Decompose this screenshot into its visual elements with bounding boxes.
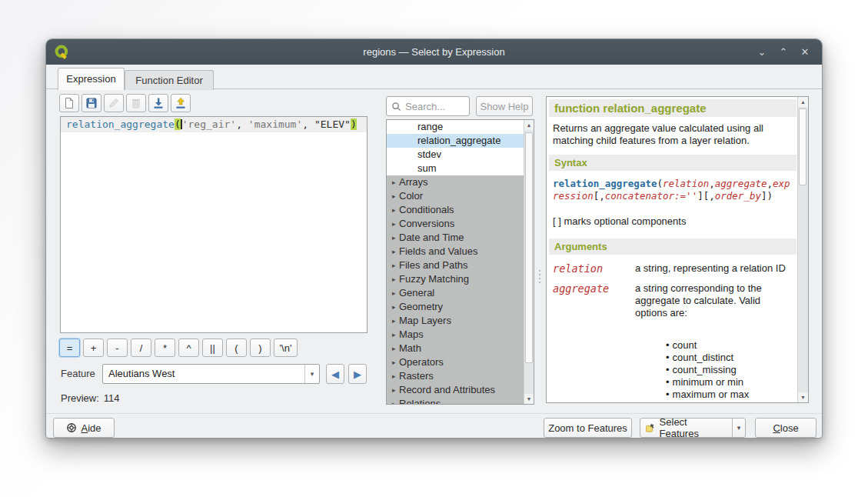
operator-divide-button[interactable]: / — [131, 339, 151, 357]
next-feature-button[interactable]: ▶ — [348, 364, 367, 384]
group-expander-icon[interactable]: ▸ — [387, 231, 399, 245]
scroll-down-icon[interactable]: ▼ — [524, 394, 534, 404]
group-color[interactable]: ▸Color — [387, 189, 524, 203]
option-label: count_distinct — [673, 352, 734, 363]
list-item: •count_distinct — [666, 352, 799, 364]
maximize-icon[interactable]: ⌃ — [777, 46, 790, 58]
group-expander-icon[interactable]: ▸ — [387, 203, 399, 217]
select-features-dropdown[interactable]: ▾ — [732, 419, 745, 437]
group-expander-icon[interactable]: ▸ — [387, 272, 399, 286]
close-button[interactable]: Close — [755, 418, 816, 438]
group-expander-icon[interactable]: ▸ — [387, 286, 399, 300]
select-features-main[interactable]: Select Features — [640, 419, 732, 437]
expression-editor[interactable]: relation_aggregate('reg_air', 'maximum',… — [60, 116, 367, 333]
search-input[interactable] — [405, 101, 464, 112]
operator-close-paren-button[interactable]: ) — [250, 339, 271, 357]
next-arrow-icon: ▶ — [354, 369, 361, 380]
panel-splitter[interactable] — [537, 259, 542, 293]
group-math[interactable]: ▸Math — [387, 342, 524, 355]
group-expander-icon[interactable]: ▸ — [387, 245, 399, 259]
group-expander-icon[interactable]: ▸ — [387, 328, 399, 342]
scroll-down-icon[interactable]: ▼ — [798, 392, 808, 402]
function-list-scrollbar[interactable]: ▲ ▼ — [524, 120, 534, 404]
group-general[interactable]: ▸General — [387, 286, 524, 300]
group-arrays[interactable]: ▸Arrays — [387, 175, 524, 189]
group-expander-icon[interactable]: ▸ — [387, 314, 399, 328]
tab-expression[interactable]: Expression — [58, 68, 125, 90]
operator-power-button[interactable]: ^ — [178, 339, 199, 357]
group-relations[interactable]: ▸Relations — [387, 397, 524, 405]
zoom-to-features-button[interactable]: Zoom to Features — [544, 418, 632, 438]
help-panel-scrollbar[interactable]: ▲ ▼ — [797, 97, 808, 402]
new-file-icon — [63, 97, 75, 109]
function-item-stdev[interactable]: stdev — [387, 148, 524, 162]
operator-open-paren-button[interactable]: ( — [226, 339, 247, 357]
show-help-button[interactable]: Show Help — [476, 96, 533, 116]
group-expander-icon[interactable]: ▸ — [387, 300, 399, 314]
select-features-label: Select Features — [660, 416, 727, 439]
minimize-icon[interactable]: ⌄ — [756, 46, 768, 58]
new-expression-button[interactable] — [59, 94, 79, 112]
syntax-arg: relation — [663, 178, 709, 189]
delete-expression-button[interactable] — [126, 94, 146, 112]
group-expander-icon[interactable]: ▸ — [387, 259, 399, 272]
operator-newline-button[interactable]: '\n' — [274, 339, 298, 357]
list-item: •maximum or max — [666, 389, 799, 401]
operator-equals-button[interactable]: = — [59, 339, 80, 357]
scrollbar-thumb[interactable] — [799, 108, 806, 185]
group-expander-icon[interactable]: ▸ — [387, 217, 399, 231]
titlebar[interactable]: regions — Select by Expression ⌄ ⌃ ✕ — [46, 39, 822, 65]
help-button[interactable]: Aide — [53, 418, 115, 438]
argument-name: aggregate — [553, 282, 635, 319]
scroll-up-icon[interactable]: ▲ — [524, 120, 534, 130]
group-files-and-paths[interactable]: ▸Files and Paths — [387, 259, 524, 272]
function-item-relation-aggregate[interactable]: relation_aggregate — [387, 134, 524, 148]
group-maps[interactable]: ▸Maps — [387, 328, 524, 342]
tab-function-editor[interactable]: Function Editor — [125, 70, 214, 90]
group-fields-and-values[interactable]: ▸Fields and Values — [387, 245, 524, 259]
feature-combobox[interactable]: Aleutians West ▾ — [102, 364, 320, 384]
edit-pencil-icon — [108, 97, 120, 109]
group-expander-icon[interactable]: ▸ — [387, 369, 399, 383]
group-conditionals[interactable]: ▸Conditionals — [387, 203, 524, 217]
group-fuzzy-matching[interactable]: ▸Fuzzy Matching — [387, 272, 524, 286]
option-label: minimum or min — [673, 376, 743, 388]
scrollbar-thumb[interactable] — [525, 132, 533, 363]
group-expander-icon[interactable]: ▸ — [387, 397, 399, 405]
edit-expression-button[interactable] — [104, 94, 124, 112]
group-operators[interactable]: ▸Operators — [387, 355, 524, 369]
previous-feature-button[interactable]: ◀ — [326, 364, 344, 384]
save-expression-button[interactable] — [81, 94, 101, 112]
group-expander-icon[interactable]: ▸ — [387, 355, 399, 369]
group-expander-icon[interactable]: ▸ — [387, 175, 399, 189]
group-label: Operators — [399, 355, 444, 369]
scroll-up-icon[interactable]: ▲ — [798, 97, 808, 107]
import-arrow-icon — [152, 97, 165, 109]
operator-plus-button[interactable]: + — [83, 339, 104, 357]
select-features-button[interactable]: Select Features ▾ — [640, 418, 746, 438]
group-map-layers[interactable]: ▸Map Layers — [387, 314, 524, 328]
group-date-and-time[interactable]: ▸Date and Time — [387, 231, 524, 245]
operator-minus-button[interactable]: - — [107, 339, 128, 357]
prev-arrow-icon: ◀ — [331, 369, 339, 380]
group-expander-icon[interactable]: ▸ — [387, 189, 399, 203]
operator-multiply-button[interactable]: * — [155, 339, 175, 357]
group-conversions[interactable]: ▸Conversions — [387, 217, 524, 231]
group-geometry[interactable]: ▸Geometry — [387, 300, 524, 314]
function-item-sum[interactable]: sum — [387, 162, 524, 175]
option-label: maximum or max — [673, 389, 750, 400]
group-expander-icon[interactable]: ▸ — [387, 383, 399, 397]
syntax-sep: , — [709, 190, 715, 202]
close-icon[interactable]: ✕ — [799, 46, 811, 58]
group-expander-icon[interactable]: ▸ — [387, 342, 399, 355]
tab-bar: Expression Function Editor — [46, 65, 822, 89]
import-expression-button[interactable] — [148, 94, 168, 112]
group-record-and-attributes[interactable]: ▸Record and Attributes — [387, 383, 524, 397]
function-search-box[interactable] — [386, 96, 470, 116]
function-item-range[interactable]: range — [387, 120, 524, 134]
operator-concat-button[interactable]: || — [202, 339, 223, 357]
group-rasters[interactable]: ▸Rasters — [387, 369, 524, 383]
chevron-down-icon[interactable]: ▾ — [304, 365, 319, 383]
function-list[interactable]: range relation_aggregate stdev sum ▸Arra… — [386, 119, 534, 405]
export-expression-button[interactable] — [171, 94, 191, 112]
